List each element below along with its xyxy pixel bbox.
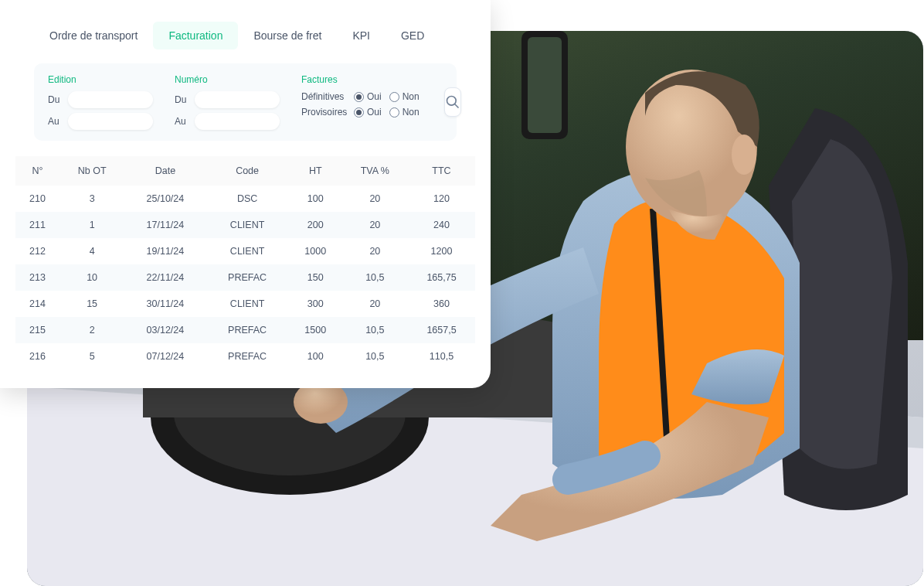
cell-nb-ot: 4 <box>59 238 125 264</box>
radio-icon <box>354 92 364 102</box>
provisoires-non[interactable]: Non <box>389 107 420 118</box>
cell-date: 17/11/24 <box>124 212 206 238</box>
cell-code: PREFAC <box>206 343 288 370</box>
cell-tva: 10,5 <box>342 343 408 370</box>
definitives-oui[interactable]: Oui <box>354 91 382 102</box>
filter-numero-title: Numéro <box>175 74 280 85</box>
cell-tva: 10,5 <box>342 317 408 343</box>
cell-tva: 20 <box>342 238 408 264</box>
cell-ttc: 165,75 <box>408 264 475 291</box>
numero-au-input[interactable] <box>195 113 280 130</box>
svg-point-9 <box>447 97 456 106</box>
cell-n: 213 <box>15 264 59 291</box>
cell-code: CLIENT <box>206 212 288 238</box>
cell-date: 19/11/24 <box>124 238 206 264</box>
table-header: Code <box>206 156 288 186</box>
cell-code: DSC <box>206 186 288 212</box>
svg-point-6 <box>732 135 756 175</box>
table-header: Nb OT <box>59 156 125 186</box>
table-header: TVA % <box>342 156 408 186</box>
cell-ht: 150 <box>289 264 342 291</box>
cell-date: 25/10/24 <box>124 186 206 212</box>
cell-ht: 1500 <box>289 317 342 343</box>
edition-au-label: Au <box>48 116 63 127</box>
table-row[interactable]: 212419/11/24CLIENT1000201200 <box>15 238 475 264</box>
radio-icon <box>389 92 399 102</box>
table-row[interactable]: 215203/12/24PREFAC150010,51657,5 <box>15 317 475 343</box>
definitives-label: Définitives <box>301 91 349 102</box>
cell-ht: 100 <box>289 343 342 370</box>
filter-numero: Numéro Du Au <box>175 74 280 130</box>
cell-ttc: 1657,5 <box>408 317 475 343</box>
radio-icon <box>354 107 364 118</box>
table-row[interactable]: 216507/12/24PREFAC10010,5110,5 <box>15 343 475 370</box>
cell-n: 214 <box>15 291 59 317</box>
cell-ht: 1000 <box>289 238 342 264</box>
svg-line-10 <box>454 104 458 108</box>
cell-ttc: 1200 <box>408 238 475 264</box>
cell-ttc: 240 <box>408 212 475 238</box>
cell-ttc: 110,5 <box>408 343 475 370</box>
search-button[interactable] <box>444 87 461 117</box>
cell-date: 07/12/24 <box>124 343 206 370</box>
tab-ordre[interactable]: Ordre de transport <box>34 22 153 49</box>
filter-factures-title: Factures <box>301 74 423 85</box>
definitives-non[interactable]: Non <box>389 91 420 102</box>
tab-kpi[interactable]: KPI <box>337 22 386 49</box>
billing-panel: Ordre de transportFacturationBourse de f… <box>0 0 491 388</box>
filter-edition-title: Edition <box>48 74 153 85</box>
svg-rect-8 <box>528 37 562 133</box>
table-header: HT <box>289 156 342 186</box>
edition-au-input[interactable] <box>68 113 153 130</box>
cell-nb-ot: 2 <box>59 317 125 343</box>
table-row[interactable]: 210325/10/24DSC10020120 <box>15 186 475 212</box>
table-header: TTC <box>408 156 475 186</box>
table-row[interactable]: 2141530/11/24CLIENT30020360 <box>15 291 475 317</box>
cell-n: 216 <box>15 343 59 370</box>
cell-ht: 200 <box>289 212 342 238</box>
cell-nb-ot: 1 <box>59 212 125 238</box>
filter-factures: Factures Définitives Oui Non Provisoires… <box>301 74 423 118</box>
cell-n: 211 <box>15 212 59 238</box>
cell-ttc: 360 <box>408 291 475 317</box>
cell-nb-ot: 3 <box>59 186 125 212</box>
cell-nb-ot: 10 <box>59 264 125 291</box>
cell-code: PREFAC <box>206 317 288 343</box>
cell-ttc: 120 <box>408 186 475 212</box>
cell-code: CLIENT <box>206 291 288 317</box>
cell-nb-ot: 15 <box>59 291 125 317</box>
cell-ht: 300 <box>289 291 342 317</box>
cell-n: 210 <box>15 186 59 212</box>
edition-du-input[interactable] <box>68 91 153 108</box>
cell-nb-ot: 5 <box>59 343 125 370</box>
tab-facturation[interactable]: Facturation <box>153 22 238 49</box>
tab-ged[interactable]: GED <box>386 22 440 49</box>
numero-du-input[interactable] <box>195 91 280 108</box>
cell-n: 215 <box>15 317 59 343</box>
cell-tva: 20 <box>342 186 408 212</box>
tab-bourse[interactable]: Bourse de fret <box>238 22 337 49</box>
provisoires-oui[interactable]: Oui <box>354 107 382 118</box>
cell-date: 22/11/24 <box>124 264 206 291</box>
cell-code: CLIENT <box>206 238 288 264</box>
cell-tva: 20 <box>342 291 408 317</box>
search-icon <box>445 94 460 110</box>
cell-ht: 100 <box>289 186 342 212</box>
radio-icon <box>389 107 399 118</box>
filter-bar: Edition Du Au Numéro Du Au Factures <box>34 63 457 141</box>
table-header: Date <box>124 156 206 186</box>
cell-code: PREFAC <box>206 264 288 291</box>
cell-tva: 10,5 <box>342 264 408 291</box>
cell-date: 30/11/24 <box>124 291 206 317</box>
numero-du-label: Du <box>175 94 190 105</box>
invoices-table: N°Nb OTDateCodeHTTVA %TTC 210325/10/24DS… <box>15 156 475 370</box>
filter-edition: Edition Du Au <box>48 74 153 130</box>
table-row[interactable]: 2131022/11/24PREFAC15010,5165,75 <box>15 264 475 291</box>
cell-n: 212 <box>15 238 59 264</box>
numero-au-label: Au <box>175 116 190 127</box>
provisoires-label: Provisoires <box>301 107 349 118</box>
edition-du-label: Du <box>48 94 63 105</box>
cell-tva: 20 <box>342 212 408 238</box>
tabs: Ordre de transportFacturationBourse de f… <box>0 22 491 63</box>
table-row[interactable]: 211117/11/24CLIENT20020240 <box>15 212 475 238</box>
